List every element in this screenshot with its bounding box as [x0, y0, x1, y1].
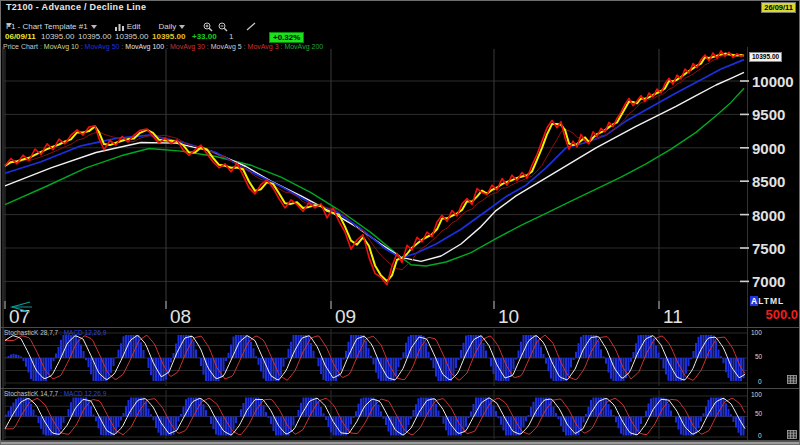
panel2-tick-100: 100: [751, 392, 762, 398]
panel-divider: [1, 327, 799, 328]
panel1-tick-0: 0: [758, 379, 762, 385]
panel1-tick-100: 100: [751, 330, 762, 336]
panel-divider: [1, 388, 799, 389]
panel1-settings-grid-icon[interactable]: [787, 375, 797, 384]
zoom-preset-buttons[interactable]: ALTML: [750, 296, 784, 306]
panel2-settings-grid-icon[interactable]: [787, 430, 797, 439]
series-movavg-shadow: [5, 55, 744, 270]
y-axis-label: 9500: [752, 107, 785, 122]
panel1-label[interactable]: StochasticK 28,7,7 : MACD 12,26,9: [4, 329, 106, 336]
x-axis-label: 09: [335, 307, 356, 327]
panel1-tick-50: 50: [755, 354, 762, 360]
price-chart-canvas[interactable]: [1, 1, 799, 441]
y-axis-label: 8000: [752, 208, 785, 223]
panel2-macd-label: : MACD 12,26,9: [60, 390, 106, 397]
series-movavg-50: [5, 60, 744, 258]
panel2-tick-0: 0: [758, 433, 762, 439]
y-axis-label: 7500: [752, 241, 785, 256]
indicator-value-red: 500.0: [748, 307, 798, 322]
y-axis-label: 9000: [752, 141, 785, 156]
panel1-macd-label: : MACD 12,26,9: [60, 329, 106, 336]
chart-window: T2100 - Advance / Decline Line 26/09/11 …: [0, 0, 800, 445]
panel2-tick-50: 50: [755, 411, 762, 417]
series-price-line: [5, 51, 744, 285]
y-axis-label: 8500: [752, 174, 785, 189]
zoom-preset-ltml[interactable]: LTML: [758, 296, 784, 306]
y-axis-label: 7000: [752, 274, 785, 289]
scroll-left-arrow-icon[interactable]: [6, 300, 32, 314]
panel1-indicator-name: StochasticK 28,7,7: [4, 329, 58, 336]
last-price-badge: 10395.00: [749, 52, 782, 62]
zoom-preset-a[interactable]: A: [750, 296, 758, 306]
panel2-indicator-name: StochasticK 14,7,7: [4, 390, 58, 397]
y-axis-label: 10000: [752, 74, 794, 89]
x-axis-label: 11: [663, 307, 683, 327]
x-axis-label: 10: [498, 307, 519, 327]
x-axis-label: 08: [170, 307, 191, 327]
panel2-label[interactable]: StochasticK 14,7,7 : MACD 12,26,9: [4, 390, 106, 397]
series-movavg-100: [5, 72, 744, 261]
window-bottom-edge: [1, 441, 799, 445]
